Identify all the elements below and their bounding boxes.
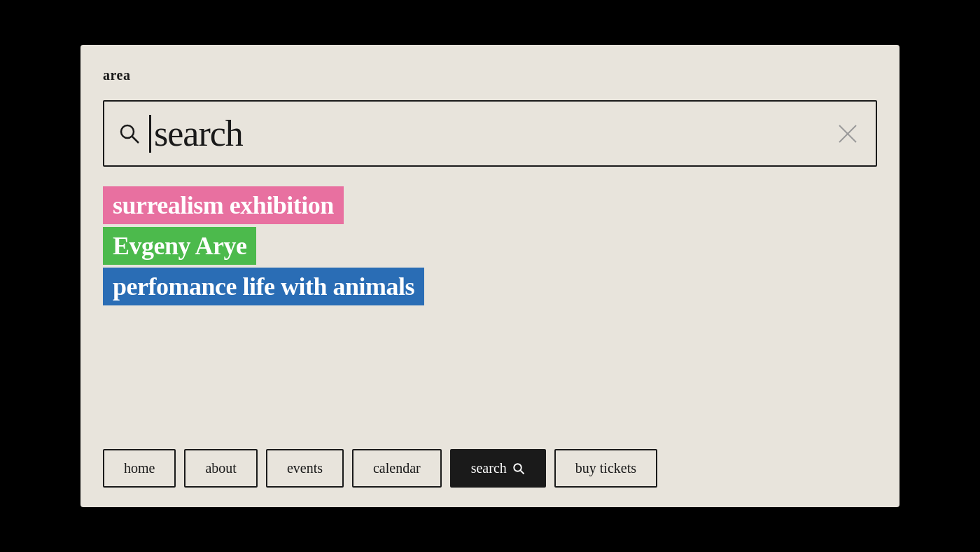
nav-search-icon <box>512 462 525 475</box>
close-icon <box>836 123 859 145</box>
text-cursor <box>149 115 151 153</box>
result-item[interactable]: surrealism exhibition <box>103 186 344 224</box>
result-item[interactable]: perfomance life with animals <box>103 268 424 305</box>
nav-search[interactable]: search <box>450 449 546 488</box>
nav-buy-tickets[interactable]: buy tickets <box>554 449 657 488</box>
search-box: search <box>103 100 877 167</box>
nav-events[interactable]: events <box>266 449 344 488</box>
clear-button[interactable] <box>834 120 862 148</box>
search-input-display[interactable]: search <box>149 113 825 154</box>
app-logo: area <box>103 67 877 83</box>
svg-line-1 <box>132 137 139 143</box>
main-panel: area search surrealism exhibition Evgeny… <box>80 45 899 507</box>
nav-about[interactable]: about <box>184 449 257 488</box>
nav-bar: home about events calendar search buy ti… <box>103 449 877 488</box>
nav-search-label: search <box>471 460 507 476</box>
nav-calendar[interactable]: calendar <box>352 449 442 488</box>
nav-home[interactable]: home <box>103 449 176 488</box>
search-text: search <box>154 113 243 154</box>
svg-point-4 <box>514 464 522 471</box>
svg-point-0 <box>121 125 134 138</box>
result-item[interactable]: Evgeny Arye <box>103 227 256 265</box>
results-list: surrealism exhibition Evgeny Arye perfom… <box>103 186 877 308</box>
svg-line-5 <box>520 470 524 474</box>
search-icon <box>118 123 141 145</box>
